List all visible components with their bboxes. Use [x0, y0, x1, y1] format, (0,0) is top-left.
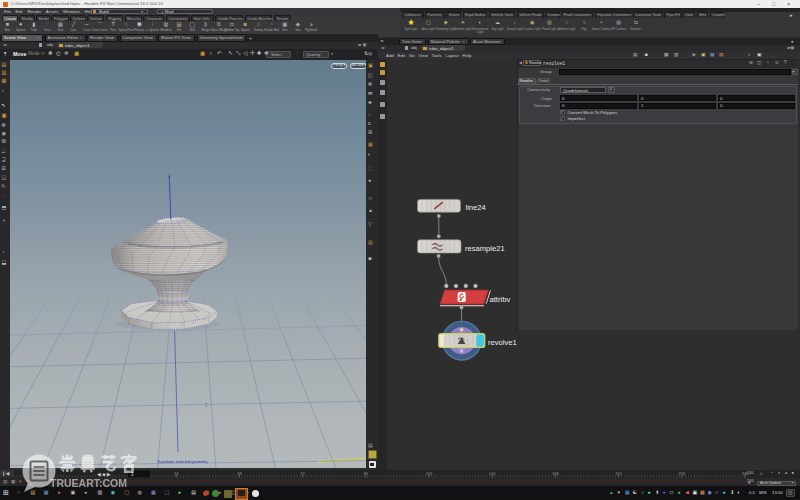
svg-text:attribv: attribv — [490, 294, 511, 303]
svg-text:revolve1: revolve1 — [488, 338, 517, 347]
svg-text:120: 120 — [426, 471, 433, 476]
svg-text:96: 96 — [364, 471, 369, 476]
svg-text:TRUEART:COM: TRUEART:COM — [50, 477, 127, 489]
svg-text:line24: line24 — [466, 202, 486, 211]
svg-text:72: 72 — [300, 471, 305, 476]
svg-text:216: 216 — [678, 471, 685, 476]
svg-text:168: 168 — [552, 471, 559, 476]
svg-text:192: 192 — [615, 471, 622, 476]
svg-text:2: 2 — [205, 403, 208, 408]
svg-text:144: 144 — [489, 471, 496, 476]
svg-text:resample21: resample21 — [465, 243, 505, 252]
